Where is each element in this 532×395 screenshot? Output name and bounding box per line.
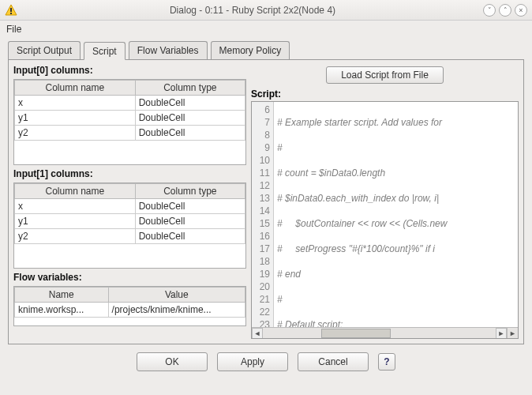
input0-table[interactable]: Column nameColumn type xDoubleCell y1Dou… — [14, 80, 245, 141]
col-name-header[interactable]: Column name — [15, 184, 136, 199]
help-button[interactable]: ? — [378, 353, 395, 371]
editor-gutter: 67891011121314151617181920212223 — [252, 102, 274, 327]
maximize-icon[interactable]: ˄ — [499, 4, 511, 17]
scroll-thumb[interactable] — [321, 329, 392, 338]
close-icon[interactable]: × — [515, 4, 527, 17]
tabs: Script Output Script Flow Variables Memo… — [8, 41, 524, 60]
col-type-header[interactable]: Column type — [135, 81, 245, 96]
editor-hscrollbar[interactable]: ◄ ► — [252, 327, 507, 338]
col-name-header[interactable]: Column name — [15, 81, 136, 96]
table-row: y1DoubleCell — [15, 214, 245, 229]
editor-code[interactable]: # Example starter script. Add values for… — [274, 102, 518, 327]
table-row: xDoubleCell — [15, 96, 245, 111]
tab-script-output[interactable]: Script Output — [8, 41, 81, 59]
col-type-header[interactable]: Column type — [135, 184, 245, 199]
scroll-right-icon[interactable]: ► — [496, 328, 507, 339]
input0-label: Input[0] columns: — [13, 65, 246, 76]
tab-script[interactable]: Script — [84, 42, 126, 60]
table-row: y2DoubleCell — [15, 126, 245, 141]
fv-value-header[interactable]: Value — [108, 288, 245, 303]
table-row: y1DoubleCell — [15, 111, 245, 126]
script-editor[interactable]: 67891011121314151617181920212223 # Examp… — [251, 101, 519, 339]
tab-flow-variables[interactable]: Flow Variables — [129, 41, 208, 59]
minimize-icon[interactable]: ˅ — [483, 4, 496, 17]
flowvars-table[interactable]: NameValue knime.worksp.../projects/knime… — [14, 287, 245, 318]
help-icon: ? — [384, 356, 389, 367]
flowvars-label: Flow variables: — [13, 272, 246, 283]
apply-button[interactable]: Apply — [217, 352, 288, 371]
input1-table[interactable]: Column nameColumn type xDoubleCell y1Dou… — [14, 183, 245, 244]
input1-label: Input[1] columns: — [13, 168, 246, 179]
svg-rect-1 — [10, 8, 12, 12]
scroll-left-icon[interactable]: ◄ — [252, 328, 263, 339]
fv-name-header[interactable]: Name — [15, 288, 109, 303]
titlebar: Dialog - 0:11 - Ruby Script 2x2(Node 4) … — [0, 0, 532, 21]
dialog-footer: OK Apply Cancel ? — [0, 344, 532, 379]
cancel-button[interactable]: Cancel — [298, 352, 369, 371]
ok-button[interactable]: OK — [137, 352, 208, 371]
table-row: knime.worksp.../projects/knime/knime... — [15, 303, 245, 318]
app-icon — [5, 4, 17, 17]
svg-rect-2 — [10, 13, 12, 14]
load-script-button[interactable]: Load Script from File — [326, 66, 444, 84]
tab-memory-policy[interactable]: Memory Policy — [211, 41, 290, 59]
scroll-right-end-icon[interactable]: ► — [507, 327, 518, 338]
window-title: Dialog - 0:11 - Ruby Script 2x2(Node 4) — [22, 5, 483, 16]
menu-file[interactable]: File — [6, 24, 21, 35]
script-label: Script: — [251, 88, 519, 100]
table-row: xDoubleCell — [15, 199, 245, 214]
menubar: File — [0, 21, 532, 38]
table-row: y2DoubleCell — [15, 229, 245, 244]
